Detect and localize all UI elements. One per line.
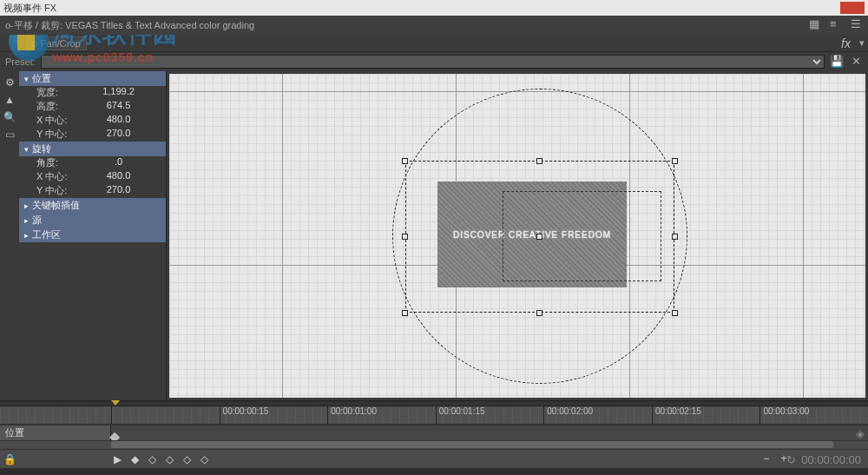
zoom-out-icon[interactable]: − xyxy=(760,452,773,465)
timeline-controls: 🔒 ▶ ◆ ◇ ◇ ◇ ◇ − + ↻00:00:00:00 xyxy=(0,449,868,468)
chain-dropdown-icon[interactable]: ▾ xyxy=(859,37,865,49)
expand-icon: ▸ xyxy=(24,216,29,225)
properties-panel: ▾位置 宽度:1,199.2 高度:674.5 X 中心:480.0 Y 中心:… xyxy=(19,71,167,400)
handle-tc[interactable] xyxy=(536,158,542,164)
main-split: ⚙ ▲ 🔍 ▭ ▾位置 宽度:1,199.2 高度:674.5 X 中心:480… xyxy=(0,71,868,400)
handle-tl[interactable] xyxy=(402,158,408,164)
group-position[interactable]: ▾位置 xyxy=(19,71,166,86)
fx-breadcrumb-bar: o-平移 / 裁剪: VEGAS Titles & Text Advanced … xyxy=(0,16,868,35)
handle-tr[interactable] xyxy=(672,158,678,164)
titlebar: 视频事件 FX xyxy=(0,0,868,16)
fx-label: fx xyxy=(841,36,851,50)
handle-br[interactable] xyxy=(672,310,678,316)
settings-tool-icon[interactable]: ⚙ xyxy=(2,75,17,90)
timeline-scrollbar[interactable] xyxy=(0,440,868,449)
handle-bl[interactable] xyxy=(402,310,408,316)
expand-icon: ▸ xyxy=(24,231,29,240)
group-source[interactable]: ▸源 xyxy=(19,213,166,228)
expand-icon: ▸ xyxy=(24,201,29,210)
track-row[interactable]: 位置 ◆ ◈ xyxy=(0,425,868,440)
ruler-tick: 00:00:00:15 xyxy=(220,406,328,424)
collapse-icon: ▾ xyxy=(24,75,29,83)
canvas-viewport[interactable]: DISCOVER CREATIVE FREEDOM xyxy=(167,71,868,400)
group-rotation[interactable]: ▾旋转 xyxy=(19,142,166,156)
timeline-area: 00:00:00:15 00:00:01:00 00:00:01:15 00:0… xyxy=(0,400,868,458)
track-label: 位置 xyxy=(0,426,111,440)
prop-ycenter[interactable]: Y 中心:270.0 xyxy=(19,128,166,142)
preset-row: Preset: 💾 ✕ xyxy=(0,52,868,71)
group-workspace[interactable]: ▸工作区 xyxy=(19,228,166,242)
handle-center[interactable] xyxy=(536,234,542,240)
ruler-tick: 00:00:02:00 xyxy=(543,406,652,424)
last-keyframe-button[interactable]: ◇ xyxy=(198,453,210,465)
list-view-icon[interactable]: ≡ xyxy=(830,17,842,30)
fx-breadcrumb[interactable]: o-平移 / 裁剪: VEGAS Titles & Text Advanced … xyxy=(5,19,254,32)
collapse-icon: ▾ xyxy=(24,145,29,154)
first-keyframe-button[interactable]: ◆ xyxy=(128,453,141,465)
scrollbar-thumb[interactable] xyxy=(111,441,833,448)
sync-cursor-icon[interactable]: ◈ xyxy=(856,427,865,440)
loop-icon[interactable]: ↻ xyxy=(786,453,796,466)
preset-delete-icon[interactable]: ✕ xyxy=(849,55,863,69)
ruler-tick: 00:00:03:00 xyxy=(760,406,868,424)
prop-rot-xcenter[interactable]: X 中心:480.0 xyxy=(19,170,166,184)
play-button[interactable]: ▶ xyxy=(111,453,123,465)
prop-xcenter[interactable]: X 中心:480.0 xyxy=(19,114,166,128)
handle-bc[interactable] xyxy=(536,310,542,316)
ruler-tick: 00:00:01:15 xyxy=(436,406,544,424)
prev-keyframe-button[interactable]: ◇ xyxy=(146,453,158,465)
details-view-icon[interactable]: ☰ xyxy=(851,17,863,30)
preset-label: Preset: xyxy=(5,56,36,67)
next-keyframe-button[interactable]: ◇ xyxy=(181,453,193,465)
ruler-tick xyxy=(111,406,220,424)
time-readout: ↻00:00:00:00 xyxy=(786,453,861,466)
track-body[interactable]: ◆ ◈ xyxy=(111,426,868,440)
group-keyframe[interactable]: ▸关键帧插值 xyxy=(19,198,166,213)
fx-view-icons: ▦ ≡ ☰ xyxy=(809,17,863,35)
handle-ml[interactable] xyxy=(402,234,408,240)
ruler-tick: 00:00:01:00 xyxy=(327,406,436,424)
preset-select[interactable] xyxy=(41,55,825,69)
handle-mr[interactable] xyxy=(672,234,678,240)
zoom-tool-icon[interactable]: 🔍 xyxy=(2,109,17,125)
prop-height[interactable]: 高度:674.5 xyxy=(19,100,166,114)
prop-rot-ycenter[interactable]: Y 中心:270.0 xyxy=(19,184,166,198)
prop-angle[interactable]: 角度:.0 xyxy=(19,156,166,170)
fx-chain-row: o Pan/Crop fx ▾ xyxy=(0,35,868,52)
tool-strip: ⚙ ▲ 🔍 ▭ xyxy=(0,71,19,400)
time-ruler[interactable]: 00:00:00:15 00:00:01:00 00:00:01:15 00:0… xyxy=(0,406,868,425)
arrow-tool-icon[interactable]: ▲ xyxy=(2,92,17,108)
add-keyframe-button[interactable]: ◇ xyxy=(163,453,175,465)
grid-view-icon[interactable]: ▦ xyxy=(809,17,821,30)
preset-save-icon[interactable]: 💾 xyxy=(830,55,844,69)
lock-icon[interactable]: 🔒 xyxy=(3,453,16,465)
close-button[interactable] xyxy=(840,2,865,14)
pan-crop-chain-item[interactable]: o Pan/Crop xyxy=(26,36,87,50)
prop-width[interactable]: 宽度:1,199.2 xyxy=(19,86,166,100)
window-title: 视频事件 FX xyxy=(3,2,56,15)
ruler-tick: 00:00:02:15 xyxy=(652,406,760,424)
crop-tool-icon[interactable]: ▭ xyxy=(2,127,17,142)
